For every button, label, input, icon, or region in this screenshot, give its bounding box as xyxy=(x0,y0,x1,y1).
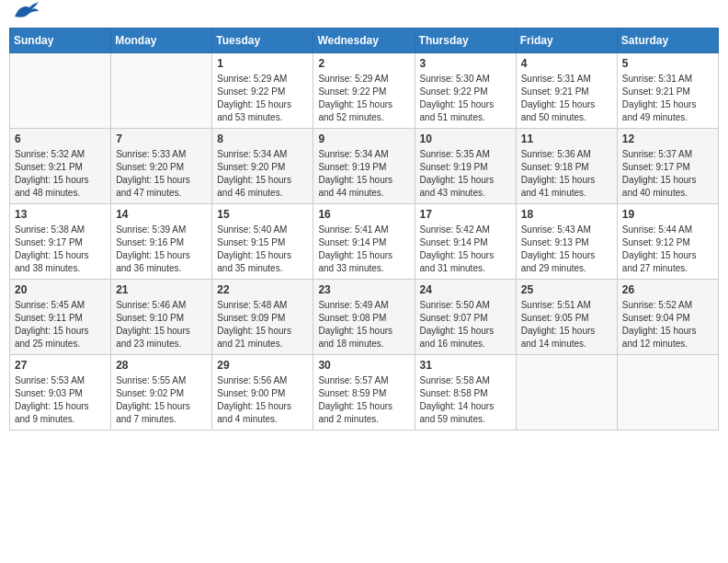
day-number: 9 xyxy=(318,132,409,145)
calendar-cell: 4Sunrise: 5:31 AM Sunset: 9:21 PM Daylig… xyxy=(516,53,617,129)
day-info: Sunrise: 5:39 AM Sunset: 9:16 PM Dayligh… xyxy=(116,224,207,275)
day-number: 8 xyxy=(217,132,308,145)
day-number: 25 xyxy=(521,283,612,296)
day-info: Sunrise: 5:37 AM Sunset: 9:17 PM Dayligh… xyxy=(622,148,713,200)
day-number: 11 xyxy=(521,132,612,145)
calendar-week-row: 1Sunrise: 5:29 AM Sunset: 9:22 PM Daylig… xyxy=(10,53,719,129)
calendar-week-row: 20Sunrise: 5:45 AM Sunset: 9:11 PM Dayli… xyxy=(10,280,719,355)
day-info: Sunrise: 5:34 AM Sunset: 9:19 PM Dayligh… xyxy=(318,148,409,200)
day-number: 21 xyxy=(116,283,207,296)
day-number: 7 xyxy=(116,132,207,145)
day-number: 23 xyxy=(318,283,409,296)
calendar-week-row: 13Sunrise: 5:38 AM Sunset: 9:17 PM Dayli… xyxy=(10,204,719,280)
calendar-cell: 18Sunrise: 5:43 AM Sunset: 9:13 PM Dayli… xyxy=(516,204,617,280)
day-number: 19 xyxy=(622,208,713,221)
day-info: Sunrise: 5:51 AM Sunset: 9:05 PM Dayligh… xyxy=(521,299,612,350)
calendar-cell: 7Sunrise: 5:33 AM Sunset: 9:20 PM Daylig… xyxy=(111,129,212,204)
day-info: Sunrise: 5:34 AM Sunset: 9:20 PM Dayligh… xyxy=(217,148,308,200)
calendar-cell: 30Sunrise: 5:57 AM Sunset: 8:59 PM Dayli… xyxy=(313,355,415,431)
day-info: Sunrise: 5:57 AM Sunset: 8:59 PM Dayligh… xyxy=(318,374,409,426)
weekday-header-wednesday: Wednesday xyxy=(313,29,415,53)
day-number: 22 xyxy=(217,283,308,296)
calendar-cell: 15Sunrise: 5:40 AM Sunset: 9:15 PM Dayli… xyxy=(212,204,313,280)
weekday-header-friday: Friday xyxy=(516,29,617,53)
weekday-header-tuesday: Tuesday xyxy=(212,29,313,53)
calendar-cell: 10Sunrise: 5:35 AM Sunset: 9:19 PM Dayli… xyxy=(415,129,516,204)
calendar-cell xyxy=(617,355,718,431)
calendar-cell xyxy=(10,53,111,129)
calendar-cell: 2Sunrise: 5:29 AM Sunset: 9:22 PM Daylig… xyxy=(313,53,415,129)
calendar-cell: 16Sunrise: 5:41 AM Sunset: 9:14 PM Dayli… xyxy=(313,204,415,280)
calendar-cell xyxy=(516,355,617,431)
day-info: Sunrise: 5:32 AM Sunset: 9:21 PM Dayligh… xyxy=(15,148,106,200)
day-number: 27 xyxy=(15,359,106,372)
calendar-cell xyxy=(111,53,212,129)
day-info: Sunrise: 5:44 AM Sunset: 9:12 PM Dayligh… xyxy=(622,224,713,275)
day-info: Sunrise: 5:53 AM Sunset: 9:03 PM Dayligh… xyxy=(15,374,106,426)
weekday-header-thursday: Thursday xyxy=(415,29,516,53)
day-info: Sunrise: 5:36 AM Sunset: 9:18 PM Dayligh… xyxy=(521,148,612,200)
day-info: Sunrise: 5:31 AM Sunset: 9:21 PM Dayligh… xyxy=(521,73,612,124)
calendar-cell: 29Sunrise: 5:56 AM Sunset: 9:00 PM Dayli… xyxy=(212,355,313,431)
calendar-cell: 20Sunrise: 5:45 AM Sunset: 9:11 PM Dayli… xyxy=(10,280,111,355)
calendar-cell: 27Sunrise: 5:53 AM Sunset: 9:03 PM Dayli… xyxy=(10,355,111,431)
calendar-cell: 23Sunrise: 5:49 AM Sunset: 9:08 PM Dayli… xyxy=(313,280,415,355)
day-number: 4 xyxy=(521,57,612,70)
day-info: Sunrise: 5:52 AM Sunset: 9:04 PM Dayligh… xyxy=(622,299,713,350)
calendar-cell: 9Sunrise: 5:34 AM Sunset: 9:19 PM Daylig… xyxy=(313,129,415,204)
day-info: Sunrise: 5:49 AM Sunset: 9:08 PM Dayligh… xyxy=(318,299,409,350)
day-number: 24 xyxy=(420,283,511,296)
logo-bird-icon xyxy=(13,0,40,20)
calendar-cell: 6Sunrise: 5:32 AM Sunset: 9:21 PM Daylig… xyxy=(10,129,111,204)
day-number: 30 xyxy=(318,359,409,372)
day-number: 12 xyxy=(622,132,713,145)
day-info: Sunrise: 5:45 AM Sunset: 9:11 PM Dayligh… xyxy=(15,299,106,350)
day-number: 31 xyxy=(420,359,511,372)
calendar-week-row: 27Sunrise: 5:53 AM Sunset: 9:03 PM Dayli… xyxy=(10,355,719,431)
calendar-cell: 13Sunrise: 5:38 AM Sunset: 9:17 PM Dayli… xyxy=(10,204,111,280)
weekday-header-monday: Monday xyxy=(111,29,212,53)
day-number: 13 xyxy=(15,208,106,221)
day-number: 14 xyxy=(116,208,207,221)
day-number: 15 xyxy=(217,208,308,221)
day-info: Sunrise: 5:46 AM Sunset: 9:10 PM Dayligh… xyxy=(116,299,207,350)
day-number: 3 xyxy=(420,57,511,70)
logo xyxy=(9,9,40,20)
header xyxy=(9,9,719,20)
day-number: 26 xyxy=(622,283,713,296)
calendar-cell: 12Sunrise: 5:37 AM Sunset: 9:17 PM Dayli… xyxy=(617,129,718,204)
day-info: Sunrise: 5:29 AM Sunset: 9:22 PM Dayligh… xyxy=(217,73,308,124)
day-number: 2 xyxy=(318,57,409,70)
calendar-cell: 14Sunrise: 5:39 AM Sunset: 9:16 PM Dayli… xyxy=(111,204,212,280)
day-info: Sunrise: 5:31 AM Sunset: 9:21 PM Dayligh… xyxy=(622,73,713,124)
day-number: 5 xyxy=(622,57,713,70)
calendar-cell: 5Sunrise: 5:31 AM Sunset: 9:21 PM Daylig… xyxy=(617,53,718,129)
calendar: SundayMondayTuesdayWednesdayThursdayFrid… xyxy=(9,28,719,431)
calendar-cell: 24Sunrise: 5:50 AM Sunset: 9:07 PM Dayli… xyxy=(415,280,516,355)
day-info: Sunrise: 5:43 AM Sunset: 9:13 PM Dayligh… xyxy=(521,224,612,275)
day-info: Sunrise: 5:42 AM Sunset: 9:14 PM Dayligh… xyxy=(420,224,511,275)
calendar-cell: 17Sunrise: 5:42 AM Sunset: 9:14 PM Dayli… xyxy=(415,204,516,280)
day-info: Sunrise: 5:30 AM Sunset: 9:22 PM Dayligh… xyxy=(420,73,511,124)
day-info: Sunrise: 5:35 AM Sunset: 9:19 PM Dayligh… xyxy=(420,148,511,200)
day-number: 6 xyxy=(15,132,106,145)
weekday-header-sunday: Sunday xyxy=(10,29,111,53)
calendar-cell: 25Sunrise: 5:51 AM Sunset: 9:05 PM Dayli… xyxy=(516,280,617,355)
day-number: 10 xyxy=(420,132,511,145)
day-info: Sunrise: 5:41 AM Sunset: 9:14 PM Dayligh… xyxy=(318,224,409,275)
day-number: 16 xyxy=(318,208,409,221)
calendar-cell: 22Sunrise: 5:48 AM Sunset: 9:09 PM Dayli… xyxy=(212,280,313,355)
calendar-cell: 28Sunrise: 5:55 AM Sunset: 9:02 PM Dayli… xyxy=(111,355,212,431)
day-info: Sunrise: 5:40 AM Sunset: 9:15 PM Dayligh… xyxy=(217,224,308,275)
weekday-header-saturday: Saturday xyxy=(617,29,718,53)
day-number: 20 xyxy=(15,283,106,296)
calendar-cell: 31Sunrise: 5:58 AM Sunset: 8:58 PM Dayli… xyxy=(415,355,516,431)
day-info: Sunrise: 5:38 AM Sunset: 9:17 PM Dayligh… xyxy=(15,224,106,275)
calendar-week-row: 6Sunrise: 5:32 AM Sunset: 9:21 PM Daylig… xyxy=(10,129,719,204)
calendar-cell: 3Sunrise: 5:30 AM Sunset: 9:22 PM Daylig… xyxy=(415,53,516,129)
calendar-cell: 26Sunrise: 5:52 AM Sunset: 9:04 PM Dayli… xyxy=(617,280,718,355)
day-info: Sunrise: 5:48 AM Sunset: 9:09 PM Dayligh… xyxy=(217,299,308,350)
day-info: Sunrise: 5:55 AM Sunset: 9:02 PM Dayligh… xyxy=(116,374,207,426)
day-number: 28 xyxy=(116,359,207,372)
day-info: Sunrise: 5:33 AM Sunset: 9:20 PM Dayligh… xyxy=(116,148,207,200)
